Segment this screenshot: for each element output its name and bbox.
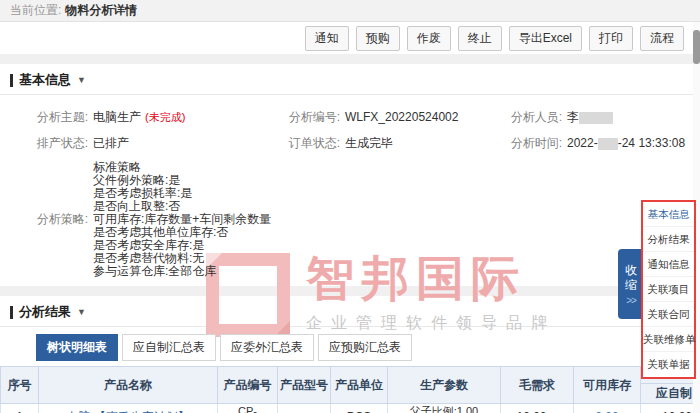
col-header-product-model: 产品型号: [278, 367, 331, 404]
page-title: 物料分析详情: [65, 2, 137, 19]
basic-info-section: 基本信息 ▼ 智邦国际 企业管理软件领导品牌 分析主题: 电脑生产(未完成) 分…: [0, 64, 700, 286]
menu-item-related-repair-order[interactable]: 关联维修单: [643, 327, 694, 352]
info-row-2: 排产状态: 已排产 订单状态: 生成完毕 分析时间: 2022--24 13:3…: [0, 133, 700, 159]
cell-index: 1: [1, 404, 39, 413]
basic-info-title: 基本信息: [19, 71, 71, 89]
section-gap: [0, 286, 700, 296]
results-header[interactable]: 分析结果 ▼: [0, 296, 700, 326]
redacted-box: [579, 112, 613, 124]
cell-product-unit: PCS: [331, 404, 388, 413]
menu-item-related-document[interactable]: 关联单据: [643, 352, 694, 377]
menu-item-basic-info[interactable]: 基本信息: [643, 202, 694, 227]
tab-prepurchase-summary[interactable]: 应预购汇总表: [318, 334, 412, 361]
number-value: WLFX_20220524002: [345, 107, 458, 127]
result-tabs: 树状明细表 应自制汇总表 应委外汇总表 应预购汇总表: [0, 334, 700, 361]
view-production-plan-link[interactable]: 【查看生产计划】: [94, 410, 190, 413]
breadcrumb: 当前位置: 物料分析详情: [0, 0, 700, 22]
workflow-button[interactable]: 流程: [640, 26, 684, 51]
analysis-result-table: 序号 产品名称 产品编号 产品型号 产品单位 生产参数 毛需求 可用库存 应自制…: [0, 366, 700, 413]
section-marker: [10, 306, 13, 319]
col-header-self-make: 应自制: [641, 384, 700, 404]
schedule-label: 排产状态:: [26, 133, 88, 153]
info-row-1: 分析主题: 电脑生产(未完成) 分析编号: WLFX_20220524002 分…: [0, 107, 700, 133]
tab-self-make-summary[interactable]: 应自制汇总表: [122, 334, 216, 361]
col-header-gross-demand: 毛需求: [501, 367, 574, 404]
schedule-value: 已排产: [93, 133, 129, 153]
time-value: 2022--24 13:33:08: [567, 133, 685, 153]
section-gap: [0, 54, 700, 64]
col-header-available-stock: 可用库存: [574, 367, 641, 404]
basic-info-body: 智邦国际 企业管理软件领导品牌 分析主题: 电脑生产(未完成) 分析编号: WL…: [0, 95, 700, 286]
cell-product-name: 电脑 【查看生产计划】: [39, 404, 218, 413]
menu-item-notice-info[interactable]: 通知信息: [643, 252, 694, 277]
strategy-value: 标准策略 父件例外策略:是 是否考虑损耗率:是 是否向上取整:否 可用库存:库存…: [93, 161, 271, 278]
section-marker: [10, 74, 13, 87]
col-header-index: 序号: [1, 367, 39, 404]
menu-item-analysis-result[interactable]: 分析结果: [643, 227, 694, 252]
col-header-product-unit: 产品单位: [331, 367, 388, 404]
product-link[interactable]: 电脑: [66, 410, 90, 413]
notify-button[interactable]: 通知: [305, 26, 349, 51]
scrollbar-thumb[interactable]: [693, 30, 700, 64]
prepurchase-button[interactable]: 预购: [356, 26, 400, 51]
redacted-box: [598, 138, 618, 150]
strategy-row: 分析策略: 标准策略 父件例外策略:是 是否考虑损耗率:是 是否向上取整:否 可…: [0, 161, 700, 278]
menu-item-related-contract[interactable]: 关联合同: [643, 302, 694, 327]
menu-item-related-project[interactable]: 关联项目: [643, 277, 694, 302]
results-section: 分析结果 ▼ 树状明细表 应自制汇总表 应委外汇总表 应预购汇总表 序号 产品名…: [0, 296, 700, 413]
void-button[interactable]: 作废: [407, 26, 451, 51]
export-excel-button[interactable]: 导出Excel: [509, 26, 582, 51]
col-header-production-params: 生产参数: [388, 367, 501, 404]
subject-value: 电脑生产(未完成): [93, 107, 185, 127]
col-header-product-name: 产品名称: [39, 367, 218, 404]
collapse-label: 收缩: [624, 263, 638, 293]
tab-tree-detail[interactable]: 树状明细表: [36, 334, 118, 361]
table-row: 1 电脑 【查看生产计划】 CP- SY2022052400 PCS 父子比例:…: [1, 404, 700, 413]
caret-down-icon[interactable]: ▼: [77, 307, 86, 317]
cell-gross-demand: 10.00: [501, 404, 574, 413]
time-label: 分析时间:: [500, 133, 562, 153]
number-label: 分析编号:: [278, 107, 340, 127]
terminate-button[interactable]: 终止: [458, 26, 502, 51]
anchor-menu: 基本信息 分析结果 通知信息 关联项目 关联合同 关联维修单 关联单据: [641, 200, 696, 379]
strategy-label: 分析策略:: [26, 211, 88, 228]
order-status-value: 生成完毕: [345, 133, 393, 153]
cell-product-model: [278, 404, 331, 413]
analyst-label: 分析人员:: [500, 107, 562, 127]
divider: [0, 326, 700, 327]
basic-info-header[interactable]: 基本信息 ▼: [0, 64, 700, 94]
tab-outsource-summary[interactable]: 应委外汇总表: [220, 334, 314, 361]
subject-label: 分析主题:: [26, 107, 88, 127]
cell-production-params: 父子比例:1.00 损耗率:0.00%: [388, 404, 501, 413]
order-status-label: 订单状态:: [278, 133, 340, 153]
caret-down-icon[interactable]: ▼: [77, 75, 86, 85]
double-chevron-right-icon: >>: [626, 295, 636, 306]
toolbar: 通知 预购 作废 终止 导出Excel 打印 流程: [0, 22, 700, 54]
cell-product-code: CP- SY2022052400: [218, 404, 278, 413]
results-title: 分析结果: [19, 303, 71, 321]
print-button[interactable]: 打印: [589, 26, 633, 51]
cell-self-make: 10.00: [641, 404, 700, 413]
breadcrumb-label: 当前位置:: [10, 2, 61, 19]
cell-available-stock[interactable]: 0.00: [574, 404, 641, 413]
analyst-value: 李: [567, 107, 613, 127]
col-header-product-code: 产品编号: [218, 367, 278, 404]
unfinished-flag: (未完成): [145, 111, 185, 123]
